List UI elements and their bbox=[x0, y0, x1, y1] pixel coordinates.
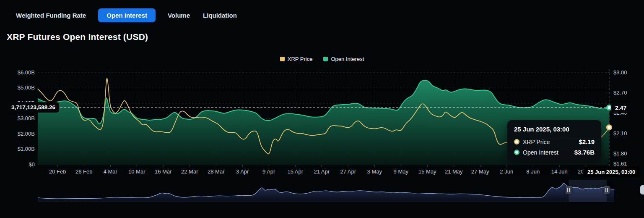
y-axis-left-label: $0 bbox=[0, 161, 35, 168]
navigator-scroll-button[interactable] bbox=[640, 185, 644, 194]
x-axis-label: 4 Mar bbox=[104, 168, 117, 175]
x-axis-label: 20 Feb bbox=[49, 168, 66, 175]
tooltip-row-xrp-price: XRP Price $2.19 bbox=[514, 137, 595, 147]
xrp-price-dot-icon bbox=[514, 139, 519, 144]
navigator-handle-right[interactable] bbox=[604, 186, 610, 194]
tooltip-series-value: $3.76B bbox=[574, 149, 595, 156]
crosshair-oi-value-label: 3,717,123,588.26 bbox=[8, 102, 59, 113]
x-axis-label: 27 Apr bbox=[340, 168, 356, 175]
y-axis-right-label: $1.80 bbox=[613, 150, 627, 157]
x-axis-label: 27 May bbox=[471, 168, 489, 175]
grip-icon bbox=[605, 188, 606, 192]
open-interest-dot-icon bbox=[514, 150, 519, 155]
tooltip-series-label: Open Interest bbox=[523, 149, 558, 156]
x-axis-label: 2 Jun bbox=[500, 168, 513, 175]
x-axis-label: 15 May bbox=[418, 168, 436, 175]
x-axis-label: 22 Mar bbox=[181, 168, 198, 175]
x-axis-label: 21 May bbox=[445, 168, 463, 175]
x-axis-label: 9 Apr bbox=[262, 168, 275, 175]
y-axis-right-label: $2.10 bbox=[613, 130, 627, 137]
x-axis-label: 10 Mar bbox=[128, 168, 145, 175]
tooltip-row-open-interest: Open Interest $3.76B bbox=[514, 147, 595, 158]
y-axis-left-label: $2.00B bbox=[0, 131, 35, 137]
x-axis-label: 14 Jun bbox=[551, 168, 568, 175]
x-axis-label: 15 Apr bbox=[287, 168, 303, 175]
tooltip-series-value: $2.19 bbox=[579, 138, 595, 145]
y-axis-left-label: $5.00B bbox=[0, 84, 35, 91]
tooltip-date: 25 Jun 2025, 03:00 bbox=[514, 126, 595, 133]
grip-icon bbox=[567, 188, 568, 192]
x-axis-label: 3 Apr bbox=[236, 168, 249, 175]
x-axis-label: 8 Jun bbox=[526, 168, 540, 175]
main-chart-canvas[interactable] bbox=[0, 0, 644, 218]
y-axis-right-label: $1.61 bbox=[613, 160, 627, 167]
chart-tooltip: 25 Jun 2025, 03:00 XRP Price $2.19 Open … bbox=[507, 120, 601, 161]
y-axis-right-label: $2.70 bbox=[613, 89, 627, 96]
x-axis-label: 16 Mar bbox=[155, 168, 171, 175]
crosshair-date-label: 25 Jun 2025, 03:00 bbox=[583, 167, 639, 177]
y-axis-right-label: $3.00 bbox=[613, 69, 627, 76]
chart-navigator[interactable] bbox=[38, 180, 614, 202]
crosshair-price-label: 2.47 bbox=[611, 102, 630, 113]
x-axis-label: 26 Feb bbox=[75, 168, 92, 175]
x-axis-label: 3 May bbox=[367, 168, 382, 175]
y-axis-left-label: $3.00B bbox=[0, 115, 35, 121]
y-axis-left-label: $1.00B bbox=[0, 146, 35, 152]
x-axis-label: 9 May bbox=[394, 168, 408, 175]
navigator-handle-left[interactable] bbox=[566, 186, 571, 194]
x-axis-label: 28 Mar bbox=[208, 168, 224, 175]
y-axis-left-label: $6.00B bbox=[0, 69, 35, 76]
open-interest-page: Weighted Funding Rate Open Interest Volu… bbox=[0, 0, 644, 218]
x-axis-label: 21 Apr bbox=[314, 168, 330, 175]
tooltip-series-label: XRP Price bbox=[523, 139, 550, 145]
